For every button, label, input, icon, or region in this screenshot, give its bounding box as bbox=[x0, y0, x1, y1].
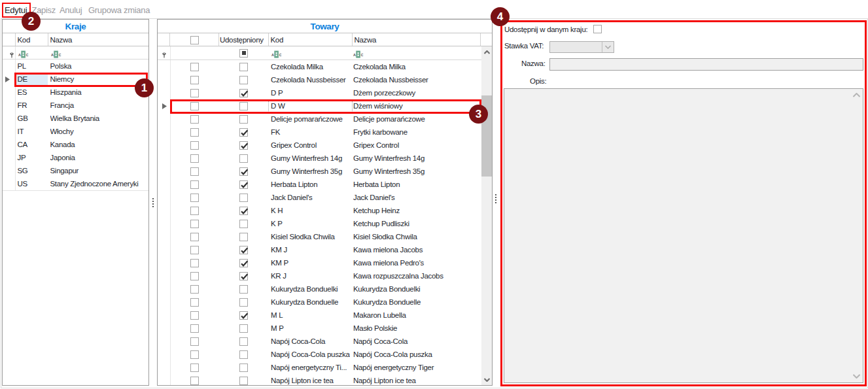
svg-text:C: C bbox=[26, 53, 29, 57]
svg-text:C: C bbox=[360, 53, 363, 57]
svg-text:A: A bbox=[353, 53, 356, 57]
svg-text:C: C bbox=[59, 53, 61, 57]
svg-text:A: A bbox=[271, 53, 275, 57]
svg-text:A: A bbox=[51, 53, 54, 57]
svg-text:C: C bbox=[279, 53, 281, 57]
svg-text:A: A bbox=[18, 53, 22, 57]
